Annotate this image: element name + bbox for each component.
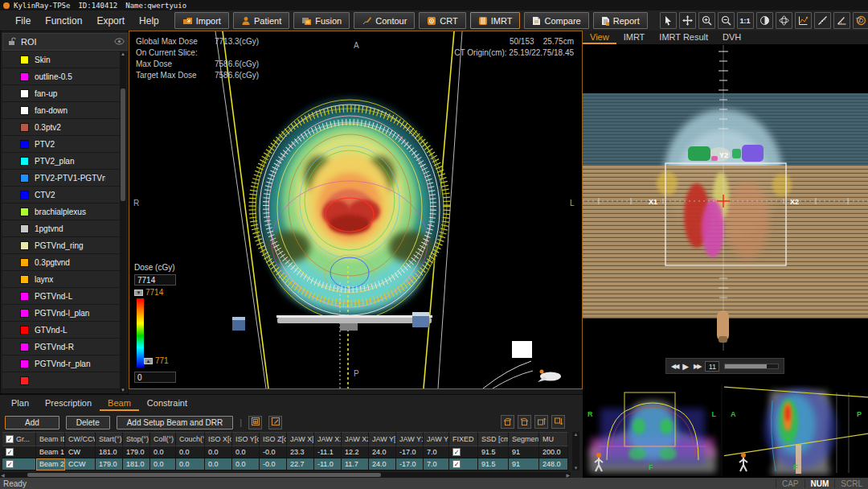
column-header[interactable]: Stop(°) [123,432,150,446]
roi-item[interactable]: 0.3ptv2 [2,119,121,136]
beam-value-cell[interactable]: 181.0 [123,458,150,471]
move-beam-up-button[interactable] [534,415,548,429]
beam-value-cell[interactable]: 0.0 [176,458,205,471]
beam-value-cell[interactable]: 179.0 [123,446,150,458]
beam-value-cell[interactable]: -17.0 [396,458,424,471]
tool-button[interactable] [679,12,696,29]
axial-dose-view[interactable]: Global Max Dose 7713.3(cGy) On Current S… [129,31,583,389]
module-button[interactable]: Contour [354,12,415,29]
roi-item[interactable]: PGTVnd-L [2,288,121,305]
roi-item[interactable] [2,372,121,389]
roi-header[interactable]: ROI [2,33,128,51]
beam-panel-tab[interactable]: Beam [100,398,139,411]
tool-button[interactable] [698,12,715,29]
fast-forward-button[interactable]: ▶▶ [694,363,700,370]
beam-table-row[interactable]: ✓Beam 1CW181.0179.00.00.00.00.0-0.023.3-… [2,446,568,458]
beam-value-cell[interactable]: 0.0 [232,458,260,471]
column-header[interactable]: Couch(°) [176,432,205,446]
rewind-button[interactable]: ◀◀ [671,363,678,370]
tool-button[interactable] [660,12,677,29]
edit-beam-button[interactable] [268,416,282,429]
module-button[interactable]: IMRT [470,12,521,29]
checkbox-cell[interactable]: ✓ [449,458,478,471]
beam-value-cell[interactable]: 11.7 [342,458,369,471]
roi-item[interactable]: outline-0.5 [2,68,121,85]
beam-panel-tab[interactable]: Prescription [37,398,100,411]
roi-item[interactable]: PGTVnd-l_plan [2,305,121,322]
beam-panel-tab[interactable]: Plan [3,398,37,411]
column-header[interactable]: ISO X[c... [205,432,232,446]
column-header[interactable]: ISO Y[c... [232,432,260,446]
checkbox-cell[interactable]: ✓ [2,446,36,458]
beam-value-cell[interactable]: -0.0 [260,446,287,458]
move-beam-down-button[interactable] [551,415,565,429]
beam-value-cell[interactable]: 91 [509,446,539,458]
beam-value-cell[interactable]: 7.0 [424,446,449,458]
beam-table-hscrollbar[interactable]: ◀ ▶ [0,472,571,478]
column-header[interactable]: JAW Y1... [396,432,424,446]
beam-value-cell[interactable]: 91.5 [478,446,509,458]
roi-item[interactable]: PTV2_plan [2,153,121,170]
tool-button[interactable] [718,12,735,29]
beam-value-cell[interactable]: 0.0 [205,458,232,471]
checkbox-cell[interactable]: ✓ [449,446,478,458]
beam-value-cell[interactable]: 12.2 [342,446,369,458]
beam-value-cell[interactable]: CCW [65,458,96,471]
beam-value-cell[interactable]: -17.0 [396,446,424,458]
right-panel-tab[interactable]: DVH [715,31,748,44]
tool-button[interactable] [833,12,850,29]
column-header[interactable]: JAW X2... [342,432,369,446]
tool-button[interactable] [814,12,831,29]
roi-item[interactable]: fan-down [2,102,121,119]
beam-value-cell[interactable]: 0.0 [232,446,260,458]
roi-item[interactable]: laynx [2,271,121,288]
roi-item[interactable]: PTV2 [2,136,121,153]
add-beam-button[interactable]: Add [5,416,59,429]
beam-table-vscrollbar[interactable]: ▲ ▼ [572,432,579,471]
frame-slider[interactable] [724,364,779,369]
row-select-checkbox[interactable]: ✓ [6,460,14,468]
roi-item[interactable]: PGTVnd-R [2,339,121,355]
beam-value-cell[interactable]: 22.7 [287,458,314,471]
module-button[interactable]: Patient [233,12,289,29]
beam-value-cell[interactable]: 248.0 [539,458,568,471]
roi-item[interactable]: Skin [2,51,121,68]
beam-value-cell[interactable]: 0.0 [150,446,176,458]
frame-number[interactable]: 11 [705,361,719,372]
tool-button[interactable]: 1:1 [737,12,754,29]
column-header[interactable]: JAW Y2... [424,432,449,446]
beam-value-cell[interactable]: 24.0 [369,446,396,458]
column-header[interactable]: ISO Z[c... [260,432,287,446]
menu-item[interactable]: Function [38,15,89,27]
roi-item[interactable]: fan-up [2,85,121,102]
column-header[interactable]: JAW X1... [314,432,342,446]
beam-id-cell[interactable]: Beam 1 [36,446,65,458]
checkbox-cell[interactable]: ✓ [2,458,36,471]
add-setup-beam-button[interactable]: Add Setup Beam and DRR [117,416,234,429]
beam-value-cell[interactable]: 0.0 [150,458,176,471]
dose-lower-marker[interactable]: ▲771 [144,356,176,365]
column-header[interactable]: Beam ID [36,432,65,446]
copy-beam-button[interactable] [248,416,262,429]
beam-value-cell[interactable]: 91.5 [478,458,509,471]
roi-scrollbar[interactable]: ▲ ▼ [120,51,126,392]
beam-id-cell[interactable]: Beam 2 [36,458,65,471]
menu-item[interactable]: Export [89,15,132,27]
dose-max-input[interactable]: 7714 [134,274,176,286]
tool-button[interactable] [776,12,792,29]
roi-item[interactable]: PGTVnd-r_plan [2,355,121,372]
roi-item[interactable]: GTVnd-L [2,322,121,339]
dose-upper-marker[interactable]: ▼7714 [134,288,176,297]
beam-value-cell[interactable]: 91 [509,458,539,471]
module-button[interactable]: Report [593,12,648,29]
toolbar-overflow-icon[interactable]: ▽ [856,16,862,24]
menu-item[interactable]: Help [132,15,166,27]
tool-button[interactable] [795,12,812,29]
beam-value-cell[interactable]: 24.0 [369,458,396,471]
beam-value-cell[interactable]: 179.0 [96,458,123,471]
module-button[interactable]: Fusion [293,12,350,29]
module-button[interactable]: CRT [419,12,465,29]
beam-value-cell[interactable]: 181.0 [96,446,123,458]
dose-min-input[interactable]: 0 [134,372,176,383]
rotate-ccw-button[interactable] [501,415,514,429]
